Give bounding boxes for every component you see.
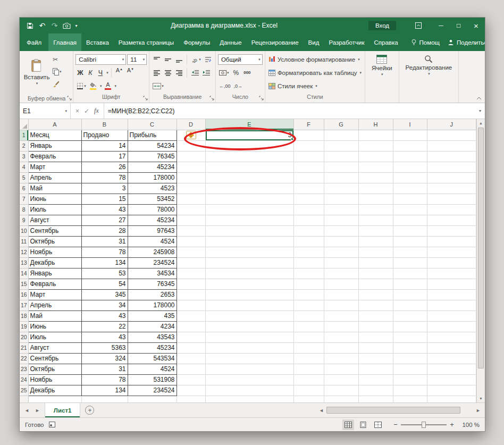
cell-H9[interactable] (358, 215, 393, 225)
cell-C7[interactable]: 53452 (128, 194, 177, 204)
qat-customize-button[interactable]: ▾ (73, 20, 80, 31)
cell-I24[interactable] (393, 374, 427, 385)
cell-I8[interactable] (393, 204, 427, 215)
cell-E21[interactable] (205, 342, 293, 353)
cell-E9[interactable] (205, 215, 293, 225)
cell-B10[interactable]: 28 (81, 225, 128, 236)
normal-view-button[interactable] (342, 419, 354, 430)
scroll-down-button[interactable]: ▼ (477, 394, 485, 402)
cell-B22[interactable]: 324 (81, 353, 128, 364)
cell-H19[interactable] (358, 321, 393, 332)
cell-F22[interactable] (293, 353, 324, 364)
cell-J21[interactable] (427, 342, 476, 353)
vertical-scrollbar[interactable]: ▲ ▼ (476, 119, 485, 402)
minimize-button[interactable]: ─ (432, 18, 450, 33)
cell-D18[interactable] (177, 310, 205, 321)
cell-H13[interactable] (358, 257, 393, 268)
wrap-text-button[interactable] (203, 54, 213, 65)
cell-G3[interactable] (324, 151, 358, 162)
macro-record-icon[interactable] (49, 422, 55, 427)
cell-J6[interactable] (427, 183, 476, 194)
page-break-view-button[interactable] (372, 419, 384, 430)
cell-I16[interactable] (393, 289, 427, 300)
cell-E23[interactable] (205, 364, 293, 374)
cell-J3[interactable] (427, 151, 476, 162)
cell-C5[interactable]: 178000 (128, 172, 177, 183)
cell-J9[interactable] (427, 215, 476, 225)
cell-H20[interactable] (358, 332, 393, 342)
cell-J2[interactable] (427, 140, 476, 151)
column-header-A[interactable]: A (28, 119, 81, 130)
italic-button[interactable]: К (86, 69, 95, 77)
orientation-button[interactable]: ab▾ (190, 54, 202, 65)
percent-style-button[interactable]: % (231, 67, 241, 78)
cell-E18[interactable] (205, 310, 293, 321)
cell-J4[interactable] (427, 162, 476, 172)
cell-F24[interactable] (293, 374, 324, 385)
cell-E19[interactable] (205, 321, 293, 332)
decrease-font-button[interactable]: А▼ (125, 67, 136, 78)
cell-A10[interactable]: Сентябрь (28, 225, 81, 236)
cell-H23[interactable] (358, 364, 393, 374)
cell-J7[interactable] (427, 194, 476, 204)
conditional-formatting-button[interactable]: Условное форматирование ▾ (267, 53, 363, 66)
cell-D21[interactable] (177, 342, 205, 353)
cell-H16[interactable] (358, 289, 393, 300)
paste-button[interactable]: Вставить ▾ (23, 53, 50, 92)
cell-F13[interactable] (293, 257, 324, 268)
cell-C4[interactable]: 45234 (128, 162, 177, 172)
cell-F23[interactable] (293, 364, 324, 374)
row-header-22[interactable]: 22 (20, 353, 28, 364)
cell-F18[interactable] (293, 310, 324, 321)
column-header-G[interactable]: G (324, 119, 358, 130)
cell-A19[interactable]: Июнь (28, 321, 81, 332)
cell-I7[interactable] (393, 194, 427, 204)
increase-font-button[interactable]: А▲ (114, 67, 124, 78)
row-header-23[interactable]: 23 (20, 364, 28, 374)
cell-I25[interactable] (393, 385, 427, 396)
cell-H2[interactable] (358, 140, 393, 151)
font-color-button[interactable]: А (103, 80, 113, 91)
cell-H4[interactable] (358, 162, 393, 172)
cell-A15[interactable]: Февраль (28, 279, 81, 289)
row-header-5[interactable]: 5 (20, 172, 28, 183)
cell-F25[interactable] (293, 385, 324, 396)
cell-A13[interactable]: Декабрь (28, 257, 81, 268)
cell-F9[interactable] (293, 215, 324, 225)
cell-F8[interactable] (293, 204, 324, 215)
cell-I22[interactable] (393, 353, 427, 364)
borders-button[interactable]: ▾ (75, 80, 87, 91)
number-dialog-launcher-icon[interactable] (259, 96, 264, 100)
cell-J10[interactable] (427, 225, 476, 236)
cell-G16[interactable] (324, 289, 358, 300)
ribbon-tab-вид[interactable]: Вид (304, 33, 324, 51)
sheet-tab-list1[interactable]: Лист1 (45, 403, 81, 417)
cell-B9[interactable]: 27 (81, 215, 128, 225)
cell-G22[interactable] (324, 353, 358, 364)
number-format-select[interactable]: Общий ▾ (218, 54, 263, 65)
cell-B20[interactable]: 43 (81, 332, 128, 342)
cell-B1[interactable]: Продано (81, 130, 128, 140)
cell-J1[interactable] (427, 130, 476, 140)
cell-D16[interactable] (177, 289, 205, 300)
cell-J19[interactable] (427, 321, 476, 332)
cell-I2[interactable] (393, 140, 427, 151)
merge-center-button[interactable]: ▾ (152, 80, 165, 91)
cell-C10[interactable]: 97643 (128, 225, 177, 236)
clipboard-dialog-launcher-icon[interactable] (67, 96, 72, 100)
cell-C25[interactable]: 234524 (128, 385, 177, 396)
align-top-button[interactable] (152, 54, 162, 65)
cell-B16[interactable]: 345 (81, 289, 128, 300)
cell-F16[interactable] (293, 289, 324, 300)
row-header-19[interactable]: 19 (20, 321, 28, 332)
alignment-dialog-launcher-icon[interactable] (209, 96, 214, 100)
row-header-10[interactable]: 10 (20, 225, 28, 236)
cell-D19[interactable] (177, 321, 205, 332)
cell-D2[interactable] (177, 140, 205, 151)
bold-button[interactable]: Ж (75, 69, 85, 77)
cell-G24[interactable] (324, 374, 358, 385)
cell-C2[interactable]: 54234 (128, 140, 177, 151)
cell-G13[interactable] (324, 257, 358, 268)
cell-J8[interactable] (427, 204, 476, 215)
cell-J12[interactable] (427, 247, 476, 257)
